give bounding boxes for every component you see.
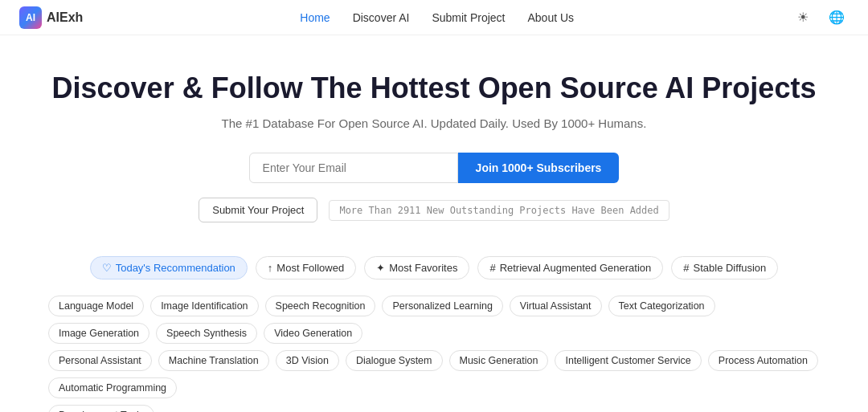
- email-input[interactable]: [249, 153, 458, 183]
- tag-development-tools[interactable]: Development Tools: [48, 405, 154, 412]
- submit-row: Submit Your Project More Than 2911 New O…: [16, 198, 852, 222]
- hash-icon: #: [489, 262, 495, 274]
- tag-video-generation[interactable]: Video Generation: [264, 323, 362, 344]
- projects-added-badge: More Than 2911 New Outstanding Projects …: [329, 200, 669, 221]
- pill-most-favorites[interactable]: ✦ Most Favorites: [364, 256, 469, 279]
- tags-row-3: Development Tools: [48, 405, 820, 412]
- tag-intelligent-customer-service[interactable]: Intelligent Customer Service: [555, 350, 701, 371]
- pill-retrieval-augmented[interactable]: # Retrieval Augmented Generation: [477, 256, 663, 279]
- tag-personalized-learning[interactable]: Personalized Learning: [382, 296, 502, 316]
- tag-music-generation[interactable]: Music Generation: [449, 350, 549, 371]
- tag-virtual-assistant[interactable]: Virtual Assistant: [510, 296, 602, 316]
- tag-machine-translation[interactable]: Machine Translation: [158, 350, 269, 371]
- brand-name: AIExh: [47, 10, 83, 25]
- tag-process-automation[interactable]: Process Automation: [708, 350, 818, 371]
- tag-dialogue-system[interactable]: Dialogue System: [346, 350, 443, 371]
- navbar-actions: ☀ 🌐: [791, 6, 849, 30]
- plus-icon: ✦: [376, 262, 385, 274]
- pill-today-recommendation[interactable]: ♡ Today's Recommendation: [90, 256, 248, 279]
- tag-3d-vision[interactable]: 3D Vision: [276, 350, 339, 371]
- tags-container: Language Model Image Identification Spee…: [0, 296, 868, 412]
- email-form: Join 1000+ Subscribers: [16, 153, 852, 183]
- hash-icon-2: #: [683, 262, 689, 274]
- nav-links: Home Discover AI Submit Project About Us: [300, 10, 574, 25]
- brand[interactable]: AI AIExh: [19, 6, 83, 29]
- hero-title: Discover & Follow The Hottest Open Sourc…: [16, 71, 852, 105]
- navbar: AI AIExh Home Discover AI Submit Project…: [0, 0, 868, 35]
- tags-row-2: Personal Assistant Machine Translation 3…: [48, 350, 820, 398]
- theme-toggle-button[interactable]: ☀: [791, 6, 815, 30]
- tag-image-identification[interactable]: Image Identification: [150, 296, 258, 316]
- trending-icon: ↑: [268, 262, 273, 274]
- heart-icon: ♡: [102, 262, 112, 274]
- join-button[interactable]: Join 1000+ Subscribers: [458, 153, 620, 183]
- nav-discover-ai[interactable]: Discover AI: [353, 11, 410, 24]
- tags-row-1: Language Model Image Identification Spee…: [48, 296, 820, 344]
- tag-language-model[interactable]: Language Model: [48, 296, 144, 316]
- tag-speech-synthesis[interactable]: Speech Synthesis: [156, 323, 257, 344]
- tag-speech-recognition[interactable]: Speech Recognition: [265, 296, 376, 316]
- nav-submit-project[interactable]: Submit Project: [432, 11, 505, 24]
- nav-about-us[interactable]: About Us: [527, 11, 574, 24]
- tag-image-generation[interactable]: Image Generation: [48, 323, 149, 344]
- pill-stable-diffusion[interactable]: # Stable Diffusion: [671, 256, 778, 279]
- brand-logo: AI: [19, 6, 42, 29]
- hero-subtitle: The #1 Database For Open Source AI. Upda…: [16, 116, 852, 130]
- filter-pills: ♡ Today's Recommendation ↑ Most Followed…: [0, 256, 868, 279]
- nav-home[interactable]: Home: [300, 11, 330, 24]
- tag-automatic-programming[interactable]: Automatic Programming: [48, 377, 177, 398]
- language-button[interactable]: 🌐: [825, 6, 849, 30]
- tag-personal-assistant[interactable]: Personal Assistant: [48, 350, 152, 371]
- tag-text-categorization[interactable]: Text Categorization: [608, 296, 715, 316]
- lang-icon: 🌐: [829, 10, 845, 25]
- theme-icon: ☀: [797, 10, 809, 25]
- submit-project-button[interactable]: Submit Your Project: [199, 198, 317, 222]
- hero-section: Discover & Follow The Hottest Open Sourc…: [0, 35, 868, 256]
- pill-most-followed[interactable]: ↑ Most Followed: [256, 256, 356, 279]
